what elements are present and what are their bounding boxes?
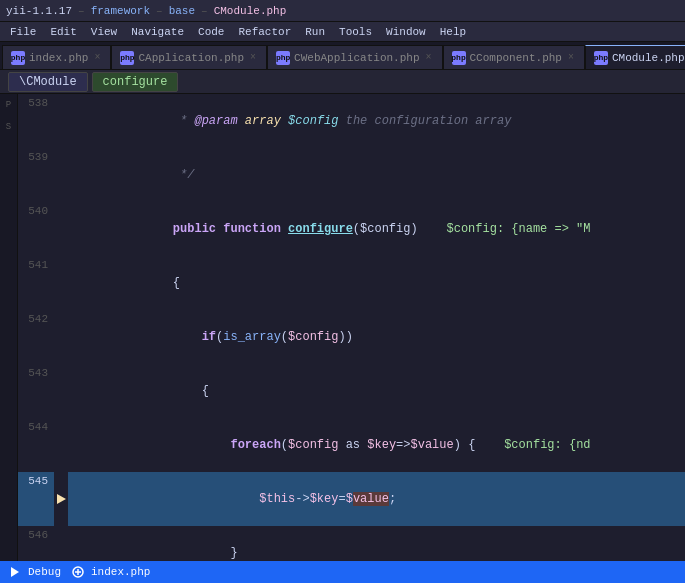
menu-item-window[interactable]: Window (380, 25, 432, 39)
breadcrumb-method: configure (92, 72, 179, 92)
folder1: framework (91, 5, 150, 17)
line-num-542: 542 (18, 310, 54, 364)
line-bp-545 (54, 472, 68, 526)
menu-item-view[interactable]: View (85, 25, 123, 39)
code-line-542: 542 if(is_array($config)) (18, 310, 685, 364)
tab-label-cmodule: CModule.php (612, 52, 685, 64)
tab-icon-capplication: php (120, 51, 134, 65)
tab-label-cwebapplication: CWebApplication.php (294, 52, 419, 64)
line-num-541: 541 (18, 256, 54, 310)
line-content-546: } (68, 526, 685, 561)
menu-item-run[interactable]: Run (299, 25, 331, 39)
code-line-546: 546 } (18, 526, 685, 561)
title-sep2: – (156, 5, 163, 17)
title-bar: yii-1.1.17 – framework – base – CModule.… (0, 0, 685, 22)
line-num-543: 543 (18, 364, 54, 418)
title-file: CModule.php (214, 5, 287, 17)
menu-item-navigate[interactable]: Navigate (125, 25, 190, 39)
line-num-540: 540 (18, 202, 54, 256)
line-bp-543 (54, 364, 68, 418)
tab-icon-cmodule: php (594, 51, 608, 65)
tab-icon-index: php (11, 51, 25, 65)
menu-item-code[interactable]: Code (192, 25, 230, 39)
tab-icon-cwebapplication: php (276, 51, 290, 65)
line-content-538: * @param array $config the configuration… (68, 94, 685, 148)
sidebar-structure-icon[interactable]: S (2, 120, 16, 134)
menu-item-edit[interactable]: Edit (44, 25, 82, 39)
sidebar-project-icon[interactable]: P (2, 98, 16, 112)
title-sep1: – (78, 5, 85, 17)
line-bp-542 (54, 310, 68, 364)
status-file: index.php (91, 566, 150, 578)
tab-ccomponent[interactable]: phpCComponent.php× (443, 45, 585, 69)
status-bug-icon (71, 565, 85, 579)
left-sidebar: P S (0, 94, 18, 561)
line-content-540: public function configure($config) $conf… (68, 202, 685, 256)
tab-cmodule[interactable]: phpCModule.php× (585, 45, 685, 69)
tab-label-capplication: CApplication.php (138, 52, 244, 64)
app-name: yii-1.1.17 (6, 5, 72, 17)
menu-item-file[interactable]: File (4, 25, 42, 39)
editor-area: P S 538 * @param array $config the confi… (0, 94, 685, 561)
line-content-545: $this->$key=$value; (68, 472, 685, 526)
code-editor[interactable]: 538 * @param array $config the configura… (18, 94, 685, 561)
line-content-543: { (68, 364, 685, 418)
debug-play-icon (8, 565, 22, 579)
line-num-546: 546 (18, 526, 54, 561)
line-bp-539 (54, 148, 68, 202)
code-line-540: 540 public function configure($config) $… (18, 202, 685, 256)
line-bp-538 (54, 94, 68, 148)
breadcrumb-bar: \CModule configure (0, 70, 685, 94)
menu-item-tools[interactable]: Tools (333, 25, 378, 39)
line-content-544: foreach($config as $key=>$value) { $conf… (68, 418, 685, 472)
tab-icon-ccomponent: php (452, 51, 466, 65)
tab-label-ccomponent: CComponent.php (470, 52, 562, 64)
line-num-544: 544 (18, 418, 54, 472)
line-bp-541 (54, 256, 68, 310)
code-line-538: 538 * @param array $config the configura… (18, 94, 685, 148)
debug-label: Debug (28, 566, 61, 578)
line-num-538: 538 (18, 94, 54, 148)
tab-close-capplication[interactable]: × (250, 52, 256, 63)
status-bar: Debug index.php (0, 561, 685, 583)
line-num-539: 539 (18, 148, 54, 202)
line-content-541: { (68, 256, 685, 310)
code-line-545: 545 $this->$key=$value; (18, 472, 685, 526)
line-content-539: */ (68, 148, 685, 202)
tab-close-cwebapplication[interactable]: × (426, 52, 432, 63)
tab-cwebapplication[interactable]: phpCWebApplication.php× (267, 45, 442, 69)
menu-bar: FileEditViewNavigateCodeRefactorRunTools… (0, 22, 685, 42)
tab-index[interactable]: phpindex.php× (2, 45, 111, 69)
code-line-541: 541 { (18, 256, 685, 310)
line-bp-546 (54, 526, 68, 561)
menu-item-help[interactable]: Help (434, 25, 472, 39)
code-lines: 538 * @param array $config the configura… (18, 94, 685, 561)
tab-capplication[interactable]: phpCApplication.php× (111, 45, 267, 69)
title-sep3: – (201, 5, 208, 17)
line-bp-540 (54, 202, 68, 256)
folder2: base (169, 5, 195, 17)
tab-close-index[interactable]: × (94, 52, 100, 63)
menu-item-refactor[interactable]: Refactor (232, 25, 297, 39)
line-num-545: 545 (18, 472, 54, 526)
line-content-542: if(is_array($config)) (68, 310, 685, 364)
svg-marker-0 (11, 567, 19, 577)
code-line-544: 544 foreach($config as $key=>$value) { $… (18, 418, 685, 472)
tab-close-ccomponent[interactable]: × (568, 52, 574, 63)
code-line-539: 539 */ (18, 148, 685, 202)
line-bp-544 (54, 418, 68, 472)
tab-label-index: index.php (29, 52, 88, 64)
code-line-543: 543 { (18, 364, 685, 418)
tab-bar: phpindex.php×phpCApplication.php×phpCWeb… (0, 42, 685, 70)
breadcrumb-class: \CModule (8, 72, 88, 92)
